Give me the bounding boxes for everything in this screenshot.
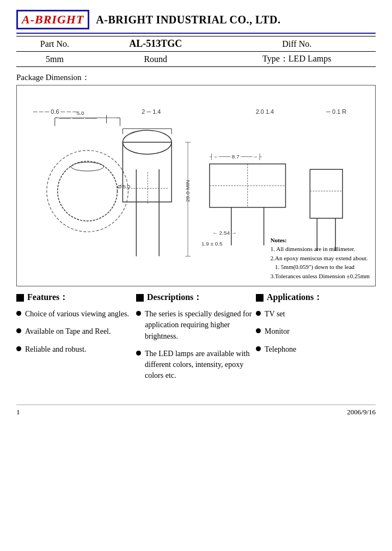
page-header: A-BRIGHT A-BRIGHT INDUSTRIAL CO., LTD. bbox=[16, 10, 376, 29]
feature-item-2: Available on Tape and Reel. bbox=[16, 326, 133, 337]
svg-text:Ø: Ø bbox=[117, 183, 121, 189]
app-bullet-2 bbox=[256, 328, 261, 333]
header-divider bbox=[16, 33, 376, 34]
app-bullet-3 bbox=[256, 346, 261, 351]
note-2a: 1. 5mm(0.059") down to the lead bbox=[271, 262, 370, 272]
svg-text:2 ─ 1.4: 2 ─ 1.4 bbox=[142, 108, 161, 115]
feature-text-2: Available on Tape and Reel. bbox=[25, 326, 111, 337]
package-label: Package Dimension： bbox=[16, 72, 376, 83]
notes-title: Notes: bbox=[271, 236, 370, 245]
descriptions-header-text: Descriptions： bbox=[147, 292, 202, 303]
application-item-2: Monitor bbox=[256, 326, 372, 337]
note-2: 2.An epoxy meniscus may extend about. bbox=[271, 254, 370, 263]
svg-text:5.0: 5.0 bbox=[77, 110, 84, 116]
content-grid: Features： Choice of various viewing angl… bbox=[16, 292, 376, 388]
svg-text:5.0: 5.0 bbox=[122, 183, 130, 189]
part-shape: Round bbox=[93, 52, 218, 67]
features-header-text: Features： bbox=[27, 292, 68, 303]
logo-text: A-BRIGHT bbox=[22, 13, 84, 27]
features-header: Features： bbox=[16, 292, 133, 303]
svg-text:1.9 ± 0.5: 1.9 ± 0.5 bbox=[201, 241, 223, 247]
applications-header-text: Applications： bbox=[267, 292, 322, 303]
page-number: 1 bbox=[16, 408, 20, 417]
logo-box: A-BRIGHT bbox=[16, 10, 89, 29]
application-item-3: Telephone bbox=[256, 344, 372, 355]
note-3: 3.Tolerances unless Dimension ±0.25mm bbox=[271, 272, 370, 281]
svg-rect-24 bbox=[310, 169, 342, 218]
part-no-label: Part No. bbox=[16, 36, 93, 52]
descriptions-header: Descriptions： bbox=[136, 292, 253, 303]
applications-header: Applications： bbox=[256, 292, 372, 303]
svg-point-1 bbox=[58, 161, 118, 221]
desc-bullet-1 bbox=[136, 311, 141, 316]
part-no-value: AL-513TGC bbox=[93, 36, 218, 52]
descriptions-icon bbox=[136, 294, 144, 302]
application-text-1: TV set bbox=[265, 309, 285, 320]
features-icon bbox=[16, 294, 24, 302]
feature-text-1: Choice of various viewing angles. bbox=[25, 309, 129, 320]
bullet-2 bbox=[16, 328, 21, 333]
description-item-1: The series is specially designed for app… bbox=[136, 309, 253, 342]
svg-text:─── ─── ───: ─── ─── ─── bbox=[59, 115, 97, 121]
applications-icon bbox=[256, 294, 264, 302]
part-type: Type：LED Lamps bbox=[218, 52, 376, 67]
company-name: A-BRIGHT INDUSTRIAL CO., LTD. bbox=[96, 14, 280, 26]
part-size: 5mm bbox=[16, 52, 93, 67]
note-1: 1. All dimensions are in millimeter. bbox=[271, 244, 370, 254]
svg-text:─ 0.1 R: ─ 0.1 R bbox=[326, 108, 346, 115]
application-item-1: TV set bbox=[256, 309, 372, 320]
feature-item-3: Reliable and robust. bbox=[16, 344, 133, 355]
bullet-1 bbox=[16, 311, 21, 316]
svg-text:2.0 1.4: 2.0 1.4 bbox=[256, 108, 274, 115]
descriptions-column: Descriptions： The series is specially de… bbox=[136, 292, 256, 388]
description-text-1: The series is specially designed for app… bbox=[145, 309, 253, 342]
app-bullet-1 bbox=[256, 311, 261, 316]
application-text-2: Monitor bbox=[265, 326, 290, 337]
svg-text:┤←─── 8.7 ───→├: ┤←─── 8.7 ───→├ bbox=[209, 153, 262, 161]
features-column: Features： Choice of various viewing angl… bbox=[16, 292, 136, 388]
page-footer: 1 2006/9/16 bbox=[16, 405, 376, 417]
application-text-3: Telephone bbox=[265, 344, 296, 355]
svg-text:← 2.54 →: ← 2.54 → bbox=[212, 230, 237, 236]
feature-text-3: Reliable and robust. bbox=[25, 344, 86, 355]
diff-no-label: Diff No. bbox=[218, 36, 376, 52]
bullet-3 bbox=[16, 346, 21, 351]
dimension-diagram: ─ ─ ─ 0.6 ─ ─ ─ 2 ─ 1.4 2.0 1.4 ─ 0.1 R … bbox=[16, 85, 376, 286]
diagram-notes: Notes: 1. All dimensions are in millimet… bbox=[271, 236, 370, 281]
applications-column: Applications： TV set Monitor Telephone bbox=[256, 292, 376, 388]
description-item-2: The LED lamps are available with differe… bbox=[136, 348, 253, 382]
desc-bullet-2 bbox=[136, 351, 141, 356]
description-text-2: The LED lamps are available with differe… bbox=[145, 348, 253, 382]
svg-point-2 bbox=[71, 162, 104, 171]
svg-text:29.0 MIN: 29.0 MIN bbox=[185, 180, 191, 202]
feature-item-1: Choice of various viewing angles. bbox=[16, 309, 133, 320]
page-date: 2006/9/16 bbox=[347, 408, 376, 417]
part-info-table: Part No. AL-513TGC Diff No. 5mm Round Ty… bbox=[16, 36, 376, 67]
svg-text:─ ─ ─ 0.6 ─ ─ ─: ─ ─ ─ 0.6 ─ ─ ─ bbox=[33, 108, 77, 115]
